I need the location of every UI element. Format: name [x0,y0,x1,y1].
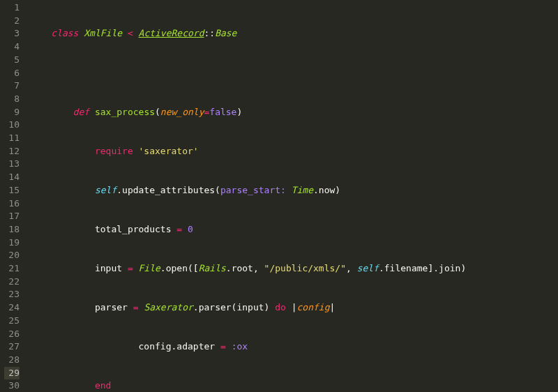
line-number: 25 [4,315,20,328]
code-line[interactable]: total_products = 0 [29,223,504,236]
line-number: 9 [4,106,20,119]
line-number: 16 [4,197,20,211]
line-number: 11 [4,132,20,145]
line-number: 30 [4,379,20,392]
line-number: 14 [4,171,20,184]
line-number: 22 [4,276,20,289]
code-line[interactable]: class XmlFile < ActiveRecord::Base [29,27,504,40]
code-line[interactable]: def sax_process(new_only=false) [29,106,504,119]
line-number: 27 [4,340,20,354]
line-number: 1 [4,1,20,15]
line-number: 5 [4,54,20,67]
line-number: 7 [4,80,20,93]
line-number: 2 [4,15,20,28]
line-number: 26 [4,328,20,341]
code-area[interactable]: class XmlFile < ActiveRecord::Base def s… [25,0,504,392]
code-line[interactable]: end [29,379,504,392]
code-line[interactable] [29,67,504,80]
line-number: 19 [4,236,20,250]
line-number: 13 [4,158,20,171]
line-number: 10 [4,119,20,132]
line-number: 21 [4,262,20,276]
line-number: 17 [4,210,20,223]
line-number: 20 [4,249,20,262]
code-line[interactable]: self.update_attributes(parse_start: Time… [29,184,504,197]
line-number: 12 [4,145,20,158]
line-number: 24 [4,301,20,315]
code-editor[interactable]: 1 2 3 4 5 6 7 8 9 10 11 12 13 14 15 16 1… [0,0,558,392]
line-number: 4 [4,40,20,54]
line-number: 28 [4,354,20,367]
line-number: 23 [4,288,20,301]
code-line[interactable]: config.adapter = :ox [29,340,504,354]
line-number: 6 [4,67,20,80]
line-number: 3 [4,27,20,40]
line-number: 18 [4,223,20,236]
line-number: 15 [4,184,20,197]
line-number: 8 [4,93,20,106]
code-line[interactable]: input = File.open([Rails.root, "/public/… [29,262,504,276]
code-line[interactable]: require 'saxerator' [29,145,504,158]
line-number-current: 29 [4,367,20,380]
code-line[interactable]: parser = Saxerator.parser(input) do |con… [29,301,504,315]
line-number-gutter: 1 2 3 4 5 6 7 8 9 10 11 12 13 14 15 16 1… [0,0,25,392]
